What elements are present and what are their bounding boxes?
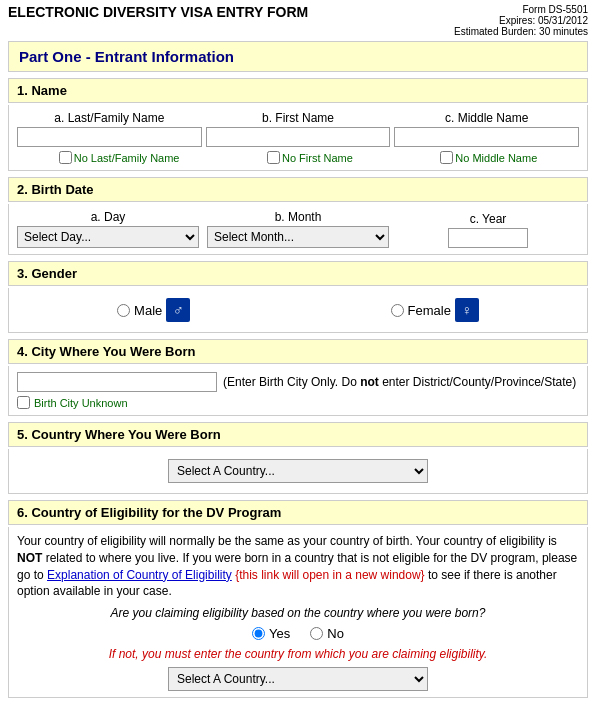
birth-country-wrap: Select A Country... — [17, 455, 579, 487]
no-first-name-checkbox[interactable] — [267, 151, 280, 164]
day-select[interactable]: Select Day... — [17, 226, 199, 248]
birth-city-unknown-checkbox[interactable] — [17, 396, 30, 409]
dv-country-select[interactable]: Select A Country... — [168, 667, 428, 691]
city-note: (Enter Birth City Only. Do not enter Dis… — [223, 375, 576, 389]
part-one-title: Part One - Entrant Information — [19, 48, 577, 65]
no-radio[interactable] — [310, 627, 323, 640]
form-expires: Expires: 05/31/2012 — [499, 15, 588, 26]
day-col: a. Day Select Day... — [17, 210, 199, 248]
middle-name-input[interactable] — [394, 127, 579, 147]
no-option: No — [310, 626, 344, 641]
no-last-name-label: No Last/Family Name — [74, 152, 180, 164]
dv-explanation-link[interactable]: Explanation of Country of Eligibility — [47, 568, 232, 582]
birth-date-row: a. Day Select Day... b. Month Select Mon… — [17, 210, 579, 248]
section4-label: 4. City Where You Were Born — [8, 339, 588, 364]
no-middle-name-item: No Middle Name — [440, 151, 537, 164]
yes-label: Yes — [269, 626, 290, 641]
section6-label: 6. Country of Eligibility for the DV Pro… — [8, 500, 588, 525]
female-option: Female ♀ — [391, 298, 479, 322]
birth-city-input[interactable] — [17, 372, 217, 392]
form-burden: Estimated Burden: 30 minutes — [454, 26, 588, 37]
male-option: Male ♂ — [117, 298, 190, 322]
birth-country-select[interactable]: Select A Country... — [168, 459, 428, 483]
part-one-header: Part One - Entrant Information — [8, 41, 588, 72]
year-input[interactable] — [448, 228, 528, 248]
month-select[interactable]: Select Month... — [207, 226, 389, 248]
section4-body: (Enter Birth City Only. Do not enter Dis… — [8, 366, 588, 416]
dv-paragraph1: Your country of eligibility will normall… — [17, 533, 579, 600]
form-number: Form DS-5501 — [522, 4, 588, 15]
dv-radio-row: Yes No — [17, 626, 579, 641]
male-radio[interactable] — [117, 304, 130, 317]
dv-country-select-wrap: Select A Country... — [17, 667, 579, 691]
year-label: c. Year — [397, 212, 579, 226]
year-col: c. Year — [397, 212, 579, 248]
dv-para1-start: Your country of eligibility will normall… — [17, 534, 557, 548]
birth-city-unknown-label: Birth City Unknown — [34, 397, 128, 409]
middle-name-label: c. Middle Name — [394, 111, 579, 125]
section6-body: Your country of eligibility will normall… — [8, 527, 588, 698]
month-col: b. Month Select Month... — [207, 210, 389, 248]
last-name-input[interactable] — [17, 127, 202, 147]
last-name-col: a. Last/Family Name — [17, 111, 202, 147]
female-label: Female — [408, 303, 451, 318]
day-label: a. Day — [17, 210, 199, 224]
female-radio[interactable] — [391, 304, 404, 317]
section1-label: 1. Name — [8, 78, 588, 103]
no-first-name-label: No First Name — [282, 152, 353, 164]
section2-label: 2. Birth Date — [8, 177, 588, 202]
gender-row: Male ♂ Female ♀ — [17, 294, 579, 326]
no-label: No — [327, 626, 344, 641]
section3-label: 3. Gender — [8, 261, 588, 286]
no-last-name-checkbox[interactable] — [59, 151, 72, 164]
last-name-label: a. Last/Family Name — [17, 111, 202, 125]
section5-body: Select A Country... — [8, 449, 588, 494]
first-name-input[interactable] — [206, 127, 391, 147]
section5-label: 5. Country Where You Were Born — [8, 422, 588, 447]
no-first-name-item: No First Name — [267, 151, 353, 164]
month-label: b. Month — [207, 210, 389, 224]
female-icon: ♀ — [455, 298, 479, 322]
section3-body: Male ♂ Female ♀ — [8, 288, 588, 333]
no-last-name-item: No Last/Family Name — [59, 151, 180, 164]
middle-name-col: c. Middle Name — [394, 111, 579, 147]
no-middle-name-checkbox[interactable] — [440, 151, 453, 164]
section2-body: a. Day Select Day... b. Month Select Mon… — [8, 204, 588, 255]
page-title: ELECTRONIC DIVERSITY VISA ENTRY FORM — [8, 4, 308, 20]
male-icon: ♂ — [166, 298, 190, 322]
male-label: Male — [134, 303, 162, 318]
dv-para1-not: NOT — [17, 551, 42, 565]
city-note-bold: not — [360, 375, 379, 389]
city-input-row: (Enter Birth City Only. Do not enter Dis… — [17, 372, 579, 392]
first-name-label: b. First Name — [206, 111, 391, 125]
yes-radio[interactable] — [252, 627, 265, 640]
dv-ifnot: If not, you must enter the country from … — [17, 647, 579, 661]
form-meta: Form DS-5501 Expires: 05/31/2012 Estimat… — [454, 4, 588, 37]
page-header: ELECTRONIC DIVERSITY VISA ENTRY FORM For… — [8, 4, 588, 37]
name-checkboxes-row: No Last/Family Name No First Name No Mid… — [17, 151, 579, 164]
section1-body: a. Last/Family Name b. First Name c. Mid… — [8, 105, 588, 171]
yes-option: Yes — [252, 626, 290, 641]
name-inputs-row: a. Last/Family Name b. First Name c. Mid… — [17, 111, 579, 147]
first-name-col: b. First Name — [206, 111, 391, 147]
no-middle-name-label: No Middle Name — [455, 152, 537, 164]
dv-link-red: {this link will open in a new window} — [235, 568, 424, 582]
city-unknown-row: Birth City Unknown — [17, 396, 579, 409]
dv-question: Are you claiming eligibility based on th… — [17, 606, 579, 620]
